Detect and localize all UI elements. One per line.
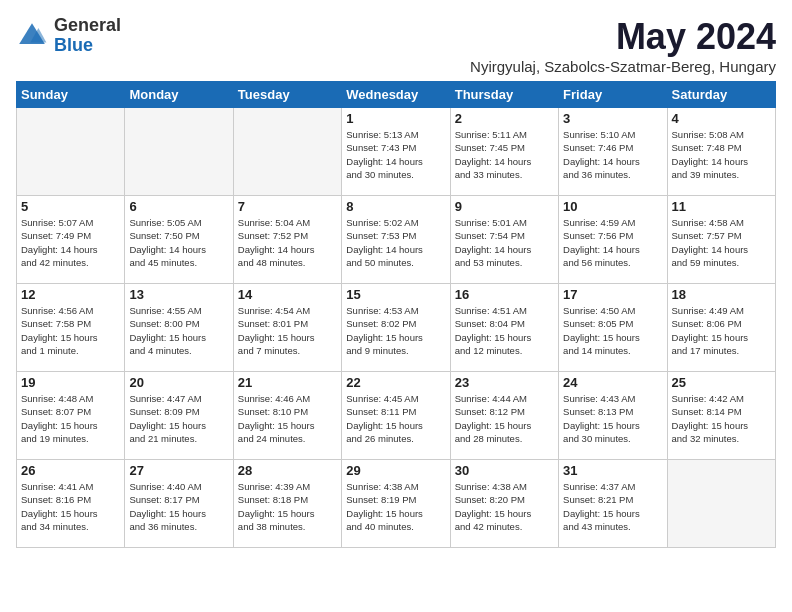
day-info: Sunrise: 5:04 AM Sunset: 7:52 PM Dayligh…	[238, 216, 337, 269]
day-info: Sunrise: 4:47 AM Sunset: 8:09 PM Dayligh…	[129, 392, 228, 445]
calendar-cell: 15Sunrise: 4:53 AM Sunset: 8:02 PM Dayli…	[342, 284, 450, 372]
day-header-friday: Friday	[559, 82, 667, 108]
day-number: 27	[129, 463, 228, 478]
logo-text: General Blue	[54, 16, 121, 56]
calendar-table: SundayMondayTuesdayWednesdayThursdayFrid…	[16, 81, 776, 548]
calendar-cell: 23Sunrise: 4:44 AM Sunset: 8:12 PM Dayli…	[450, 372, 558, 460]
day-headers-row: SundayMondayTuesdayWednesdayThursdayFrid…	[17, 82, 776, 108]
calendar-cell: 12Sunrise: 4:56 AM Sunset: 7:58 PM Dayli…	[17, 284, 125, 372]
day-number: 14	[238, 287, 337, 302]
day-info: Sunrise: 4:46 AM Sunset: 8:10 PM Dayligh…	[238, 392, 337, 445]
week-row-2: 5Sunrise: 5:07 AM Sunset: 7:49 PM Daylig…	[17, 196, 776, 284]
logo-icon	[16, 20, 48, 52]
day-header-wednesday: Wednesday	[342, 82, 450, 108]
calendar-cell: 18Sunrise: 4:49 AM Sunset: 8:06 PM Dayli…	[667, 284, 775, 372]
calendar-cell	[233, 108, 341, 196]
day-info: Sunrise: 4:53 AM Sunset: 8:02 PM Dayligh…	[346, 304, 445, 357]
calendar-cell	[17, 108, 125, 196]
calendar-cell: 28Sunrise: 4:39 AM Sunset: 8:18 PM Dayli…	[233, 460, 341, 548]
day-info: Sunrise: 4:50 AM Sunset: 8:05 PM Dayligh…	[563, 304, 662, 357]
logo-general: General	[54, 16, 121, 36]
day-number: 11	[672, 199, 771, 214]
day-info: Sunrise: 5:08 AM Sunset: 7:48 PM Dayligh…	[672, 128, 771, 181]
day-number: 5	[21, 199, 120, 214]
day-number: 15	[346, 287, 445, 302]
day-header-monday: Monday	[125, 82, 233, 108]
day-info: Sunrise: 5:07 AM Sunset: 7:49 PM Dayligh…	[21, 216, 120, 269]
day-info: Sunrise: 4:45 AM Sunset: 8:11 PM Dayligh…	[346, 392, 445, 445]
day-info: Sunrise: 4:39 AM Sunset: 8:18 PM Dayligh…	[238, 480, 337, 533]
day-info: Sunrise: 4:37 AM Sunset: 8:21 PM Dayligh…	[563, 480, 662, 533]
calendar-cell: 21Sunrise: 4:46 AM Sunset: 8:10 PM Dayli…	[233, 372, 341, 460]
location: Nyirgyulaj, Szabolcs-Szatmar-Bereg, Hung…	[470, 58, 776, 75]
day-info: Sunrise: 4:40 AM Sunset: 8:17 PM Dayligh…	[129, 480, 228, 533]
day-info: Sunrise: 5:13 AM Sunset: 7:43 PM Dayligh…	[346, 128, 445, 181]
calendar-cell: 7Sunrise: 5:04 AM Sunset: 7:52 PM Daylig…	[233, 196, 341, 284]
title-block: May 2024 Nyirgyulaj, Szabolcs-Szatmar-Be…	[470, 16, 776, 75]
day-number: 29	[346, 463, 445, 478]
week-row-4: 19Sunrise: 4:48 AM Sunset: 8:07 PM Dayli…	[17, 372, 776, 460]
day-number: 2	[455, 111, 554, 126]
calendar-cell: 26Sunrise: 4:41 AM Sunset: 8:16 PM Dayli…	[17, 460, 125, 548]
day-number: 13	[129, 287, 228, 302]
calendar-cell: 20Sunrise: 4:47 AM Sunset: 8:09 PM Dayli…	[125, 372, 233, 460]
day-number: 26	[21, 463, 120, 478]
month-title: May 2024	[470, 16, 776, 58]
calendar-cell: 6Sunrise: 5:05 AM Sunset: 7:50 PM Daylig…	[125, 196, 233, 284]
logo-blue: Blue	[54, 36, 121, 56]
day-header-tuesday: Tuesday	[233, 82, 341, 108]
week-row-5: 26Sunrise: 4:41 AM Sunset: 8:16 PM Dayli…	[17, 460, 776, 548]
calendar-cell: 31Sunrise: 4:37 AM Sunset: 8:21 PM Dayli…	[559, 460, 667, 548]
calendar-cell: 8Sunrise: 5:02 AM Sunset: 7:53 PM Daylig…	[342, 196, 450, 284]
day-number: 18	[672, 287, 771, 302]
logo: General Blue	[16, 16, 121, 56]
day-number: 6	[129, 199, 228, 214]
day-info: Sunrise: 5:10 AM Sunset: 7:46 PM Dayligh…	[563, 128, 662, 181]
day-number: 12	[21, 287, 120, 302]
day-info: Sunrise: 5:11 AM Sunset: 7:45 PM Dayligh…	[455, 128, 554, 181]
calendar-cell: 10Sunrise: 4:59 AM Sunset: 7:56 PM Dayli…	[559, 196, 667, 284]
calendar-cell: 11Sunrise: 4:58 AM Sunset: 7:57 PM Dayli…	[667, 196, 775, 284]
calendar-cell: 27Sunrise: 4:40 AM Sunset: 8:17 PM Dayli…	[125, 460, 233, 548]
calendar-cell: 2Sunrise: 5:11 AM Sunset: 7:45 PM Daylig…	[450, 108, 558, 196]
day-info: Sunrise: 4:49 AM Sunset: 8:06 PM Dayligh…	[672, 304, 771, 357]
day-info: Sunrise: 4:38 AM Sunset: 8:19 PM Dayligh…	[346, 480, 445, 533]
week-row-3: 12Sunrise: 4:56 AM Sunset: 7:58 PM Dayli…	[17, 284, 776, 372]
day-number: 25	[672, 375, 771, 390]
day-number: 3	[563, 111, 662, 126]
calendar-cell: 9Sunrise: 5:01 AM Sunset: 7:54 PM Daylig…	[450, 196, 558, 284]
calendar-cell: 29Sunrise: 4:38 AM Sunset: 8:19 PM Dayli…	[342, 460, 450, 548]
day-number: 4	[672, 111, 771, 126]
calendar-cell: 1Sunrise: 5:13 AM Sunset: 7:43 PM Daylig…	[342, 108, 450, 196]
calendar-cell: 19Sunrise: 4:48 AM Sunset: 8:07 PM Dayli…	[17, 372, 125, 460]
day-info: Sunrise: 4:48 AM Sunset: 8:07 PM Dayligh…	[21, 392, 120, 445]
day-info: Sunrise: 4:59 AM Sunset: 7:56 PM Dayligh…	[563, 216, 662, 269]
day-info: Sunrise: 4:51 AM Sunset: 8:04 PM Dayligh…	[455, 304, 554, 357]
day-number: 19	[21, 375, 120, 390]
day-number: 16	[455, 287, 554, 302]
day-number: 30	[455, 463, 554, 478]
day-info: Sunrise: 4:42 AM Sunset: 8:14 PM Dayligh…	[672, 392, 771, 445]
day-number: 17	[563, 287, 662, 302]
calendar-cell: 5Sunrise: 5:07 AM Sunset: 7:49 PM Daylig…	[17, 196, 125, 284]
calendar-cell	[125, 108, 233, 196]
day-header-saturday: Saturday	[667, 82, 775, 108]
day-info: Sunrise: 5:05 AM Sunset: 7:50 PM Dayligh…	[129, 216, 228, 269]
day-number: 21	[238, 375, 337, 390]
day-number: 10	[563, 199, 662, 214]
calendar-cell: 16Sunrise: 4:51 AM Sunset: 8:04 PM Dayli…	[450, 284, 558, 372]
day-info: Sunrise: 5:01 AM Sunset: 7:54 PM Dayligh…	[455, 216, 554, 269]
calendar-cell: 14Sunrise: 4:54 AM Sunset: 8:01 PM Dayli…	[233, 284, 341, 372]
day-header-sunday: Sunday	[17, 82, 125, 108]
week-row-1: 1Sunrise: 5:13 AM Sunset: 7:43 PM Daylig…	[17, 108, 776, 196]
day-number: 22	[346, 375, 445, 390]
day-number: 8	[346, 199, 445, 214]
calendar-cell	[667, 460, 775, 548]
calendar-cell: 25Sunrise: 4:42 AM Sunset: 8:14 PM Dayli…	[667, 372, 775, 460]
day-info: Sunrise: 4:56 AM Sunset: 7:58 PM Dayligh…	[21, 304, 120, 357]
day-info: Sunrise: 4:55 AM Sunset: 8:00 PM Dayligh…	[129, 304, 228, 357]
day-number: 20	[129, 375, 228, 390]
day-number: 23	[455, 375, 554, 390]
calendar-cell: 22Sunrise: 4:45 AM Sunset: 8:11 PM Dayli…	[342, 372, 450, 460]
day-number: 1	[346, 111, 445, 126]
